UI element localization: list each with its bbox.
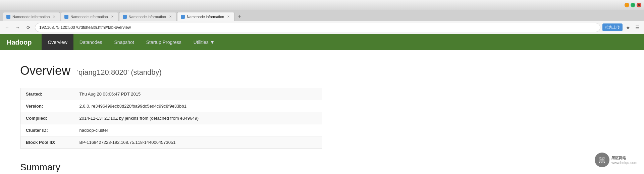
browser-tab-1[interactable]: Namenode information ✕	[3, 12, 60, 21]
url-bar[interactable]: 192.168.75.120:50070/dfshealth.html#tab-…	[35, 23, 600, 32]
main-nav: Hadoop Overview Datanodes Snapshot Start…	[0, 34, 644, 50]
browser-window: – □ ✕ Namenode information ✕ Namenode in…	[0, 0, 644, 174]
tab-title-1: Namenode information	[12, 15, 50, 19]
nav-brand: Hadoop	[7, 39, 38, 46]
table-label: Block Pool ID:	[20, 136, 74, 149]
table-value: 2.6.0, re3496499ecb8d220fba99dc5ed4c99c8…	[74, 100, 322, 112]
tab-bar: Namenode information ✕ Namenode informat…	[0, 10, 644, 21]
watermark-url: www.heiqu.com	[611, 161, 637, 165]
table-value: BP-1168427223-192.168.75.118-14400645730…	[74, 136, 322, 149]
url-text: 192.168.75.120:50070/dfshealth.html#tab-…	[39, 25, 131, 30]
nav-item-overview[interactable]: Overview	[42, 34, 73, 50]
table-row: Started:Thu Aug 20 03:06:47 PDT 2015	[20, 88, 322, 100]
table-row: Compiled:2014-11-13T21:10Z by jenkins fr…	[20, 112, 322, 124]
maximize-button[interactable]: □	[631, 3, 635, 7]
nav-item-startup-progress[interactable]: Startup Progress	[140, 34, 187, 50]
nav-item-utilities[interactable]: Utilities ▼	[187, 34, 221, 50]
browser-tab-4[interactable]: Namenode information ✕	[177, 12, 234, 21]
browser-tab-3[interactable]: Namenode information ✕	[119, 12, 176, 21]
title-bar: – □ ✕	[0, 0, 644, 10]
watermark-logo: 黑	[595, 153, 609, 167]
host-info: 'qiang120:8020' (standby)	[77, 68, 162, 76]
nav-item-snapshot[interactable]: Snapshot	[108, 34, 140, 50]
tab-favicon-1	[6, 15, 10, 19]
nav-item-datanodes[interactable]: Datanodes	[73, 34, 108, 50]
table-label: Version:	[20, 100, 74, 112]
summary-title: Summary	[20, 162, 624, 173]
back-button[interactable]: ←	[3, 23, 11, 32]
tab-close-2[interactable]: ✕	[110, 14, 115, 19]
bookmark-button[interactable]: ★	[624, 23, 632, 32]
menu-button[interactable]: ☰	[633, 23, 641, 32]
table-value: Thu Aug 20 03:06:47 PDT 2015	[74, 88, 322, 100]
table-label: Cluster ID:	[20, 124, 74, 136]
minimize-button[interactable]: –	[625, 3, 629, 7]
nav-item-utilities-label: Utilities	[194, 40, 209, 45]
main-content: Overview 'qiang120:8020' (standby) Start…	[0, 50, 644, 174]
table-value: hadoop-cluster	[74, 124, 322, 136]
table-value: 2014-11-13T21:10Z by jenkins from (detac…	[74, 112, 322, 124]
refresh-button[interactable]: ⟳	[24, 23, 33, 32]
tab-close-1[interactable]: ✕	[52, 14, 56, 19]
watermark-text: 黑区网络 www.heiqu.com	[611, 156, 637, 165]
forward-button[interactable]: →	[13, 23, 22, 32]
address-bar-right: 抢先上传 ★ ☰	[602, 23, 641, 32]
window-controls: – □ ✕	[625, 3, 641, 7]
watermark-site: 黑区网络	[611, 156, 637, 161]
table-label: Started:	[20, 88, 74, 100]
page-title-text: Overview	[20, 64, 70, 77]
tab-favicon-2	[64, 15, 68, 19]
upload-extension-button[interactable]: 抢先上传	[602, 23, 623, 31]
tab-close-3[interactable]: ✕	[168, 14, 173, 19]
table-row: Version:2.6.0, re3496499ecb8d220fba99dc5…	[20, 100, 322, 112]
tab-favicon-4	[181, 15, 185, 19]
table-row: Cluster ID:hadoop-cluster	[20, 124, 322, 136]
tab-title-3: Namenode information	[129, 15, 166, 19]
tab-favicon-3	[123, 15, 127, 19]
table-label: Compiled:	[20, 112, 74, 124]
tab-close-4[interactable]: ✕	[226, 14, 231, 19]
tab-title-4: Namenode information	[187, 15, 224, 19]
close-button[interactable]: ✕	[637, 3, 641, 7]
chevron-down-icon: ▼	[210, 40, 215, 45]
overview-table: Started:Thu Aug 20 03:06:47 PDT 2015Vers…	[20, 88, 322, 149]
page-title: Overview 'qiang120:8020' (standby)	[20, 64, 624, 78]
table-row: Block Pool ID:BP-1168427223-192.168.75.1…	[20, 136, 322, 149]
address-bar: ← → ⟳ 192.168.75.120:50070/dfshealth.htm…	[0, 21, 644, 34]
browser-tab-2[interactable]: Namenode information ✕	[61, 12, 118, 21]
tab-title-2: Namenode information	[70, 15, 108, 19]
new-tab-button[interactable]: +	[235, 12, 244, 21]
watermark: 黑 黑区网络 www.heiqu.com	[595, 153, 637, 167]
